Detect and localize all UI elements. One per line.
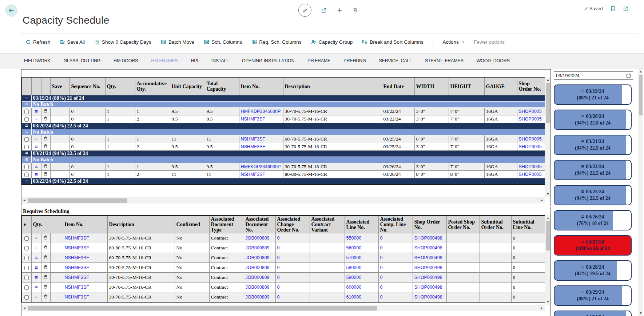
shop-order-link[interactable]: SHOP0005 — [519, 137, 542, 142]
column-header-description[interactable]: Description — [107, 216, 175, 233]
column-header-associated-document-no[interactable]: Associated Document No. — [244, 216, 275, 233]
item-no-link[interactable]: NSHMF3SF — [65, 275, 89, 280]
toolbar-save-all[interactable]: Save All — [60, 39, 85, 45]
row-drag-handle[interactable] — [41, 233, 50, 243]
tab-hpi[interactable]: HPI — [191, 58, 198, 63]
item-no-link[interactable]: HMFKDP3346030P — [241, 109, 281, 114]
shop-order-link[interactable]: SHOP000498 — [414, 245, 442, 250]
row-menu-icon[interactable]: ≡ — [31, 233, 41, 243]
change-order-link[interactable]: 0 — [277, 275, 280, 280]
tab-hm-frames[interactable]: HM FRAMES — [151, 58, 178, 63]
capacity-day-card-03-21-24[interactable]: ≡03/21/24(94%) 22.5 of 24 — [554, 135, 632, 155]
row-select-cell[interactable] — [22, 243, 31, 253]
card-menu-icon[interactable]: ≡ — [581, 139, 584, 144]
row-select-cell[interactable] — [22, 292, 31, 303]
batch-menu-icon[interactable]: ≡ — [22, 157, 31, 163]
column-header-sequence-no[interactable]: Sequence No. — [69, 77, 105, 95]
row-select-checkbox[interactable] — [24, 110, 29, 114]
capacity-day-card-03-19-24[interactable]: ≡03/19/24(88%) 21 of 24 — [554, 84, 632, 105]
comp-line-no-link[interactable]: 0 — [380, 245, 383, 250]
row-menu-icon[interactable]: ≡ — [31, 108, 41, 115]
item-no-link[interactable]: NSHMF3SF — [65, 236, 89, 241]
row-select-checkbox[interactable] — [24, 236, 29, 241]
change-order-link[interactable]: 0 — [277, 285, 280, 290]
row-menu-icon[interactable]: ≡ — [31, 243, 41, 253]
comp-line-no-link[interactable]: 0 — [380, 295, 383, 300]
column-header-width[interactable]: WIDTH — [414, 77, 449, 95]
toolbar-break-and-sort-columns[interactable]: Break and Sort Columns — [362, 39, 423, 45]
document-no-link[interactable]: JOB000809 — [246, 285, 270, 290]
add-icon[interactable] — [337, 7, 343, 13]
column-header-shop-order-no[interactable]: Shop Order No. — [517, 77, 545, 95]
row-select-checkbox[interactable] — [24, 117, 29, 122]
document-no-link[interactable]: JOB000809 — [246, 255, 270, 260]
row-menu-icon[interactable]: ≡ — [31, 253, 41, 263]
comp-line-no-link[interactable]: 0 — [380, 275, 383, 280]
shop-order-link[interactable]: SHOP000498 — [414, 236, 442, 241]
capacity-day-card-03-20-24[interactable]: ≡03/20/24(94%) 22.5 of 24 — [554, 110, 632, 130]
row-select-checkbox[interactable] — [24, 173, 29, 177]
tab-opening-installation[interactable]: OPENING INSTALLATION — [242, 58, 294, 63]
shop-order-link[interactable]: SHOP0005 — [519, 172, 542, 177]
row-menu-icon[interactable]: ≡ — [31, 163, 41, 171]
row-drag-handle[interactable] — [41, 143, 50, 151]
shop-order-link[interactable]: SHOP0005 — [519, 116, 542, 122]
tab-stfrnt-frames[interactable]: STFRNT_FRAMES — [425, 58, 464, 63]
capacity-day-card-03-22-24[interactable]: ≡03/22/24(94%) 22.5 of 24 — [554, 160, 632, 180]
column-header-total-capacity[interactable]: Total Capacity — [205, 77, 239, 95]
column-header-associated-contract-variant[interactable]: Associated Contract Variant — [310, 216, 345, 233]
row-menu-icon[interactable]: ≡ — [31, 292, 41, 303]
column-header-height[interactable]: HEIGHT — [449, 77, 484, 95]
row-select-cell[interactable] — [22, 263, 31, 273]
capacity-day-card-03-25-24[interactable]: ≡03/25/24(94%) 22.5 of 24 — [554, 185, 632, 205]
row-drag-handle[interactable] — [41, 108, 50, 115]
row-select-cell[interactable] — [22, 115, 31, 123]
line-no-link[interactable]: 610000 — [346, 295, 362, 300]
tab-install[interactable]: INSTALL — [211, 58, 229, 63]
item-no-link[interactable]: NSHMF3SF — [241, 116, 265, 122]
row-select-checkbox[interactable] — [24, 246, 29, 250]
document-no-link[interactable]: JOB000809 — [246, 265, 270, 270]
change-order-link[interactable]: 0 — [277, 236, 280, 241]
column-header-qty[interactable]: Qty. — [105, 77, 135, 95]
item-no-link[interactable]: NSHMF3SF — [241, 137, 265, 142]
row-drag-handle[interactable] — [41, 273, 50, 283]
card-menu-icon[interactable]: ≡ — [581, 315, 584, 316]
column-header-confirmed[interactable]: Confirmed — [175, 216, 209, 233]
column-header-qty[interactable]: Qty. — [31, 216, 63, 233]
column-header-description[interactable]: Description — [283, 77, 382, 95]
toolbar-show-0-capacity-days[interactable]: Show 0 Capacity Days — [94, 39, 151, 45]
tab-ph-frame[interactable]: PH FRAME — [307, 58, 330, 63]
row-menu-icon[interactable]: ≡ — [31, 135, 41, 143]
column-header-end-date[interactable]: End Date — [382, 77, 414, 95]
card-menu-icon[interactable]: ≡ — [581, 114, 584, 119]
toolbar-fewer-options[interactable]: Fewer options — [474, 39, 505, 45]
column-header-accumulative-qty[interactable]: Accumulative Qty. — [135, 77, 170, 95]
line-no-link[interactable]: 600000 — [346, 285, 362, 290]
comp-line-no-link[interactable]: 0 — [380, 285, 383, 290]
column-header-unit-capacity[interactable]: Unit Capacity — [170, 77, 205, 95]
change-order-link[interactable]: 0 — [277, 255, 280, 260]
column-header-item-no[interactable]: Item No. — [63, 216, 107, 233]
card-menu-icon[interactable]: ≡ — [581, 264, 584, 270]
line-no-link[interactable]: 590000 — [346, 275, 362, 280]
item-no-link[interactable]: NSHMF3SF — [65, 255, 89, 260]
row-select-checkbox[interactable] — [24, 145, 29, 149]
row-select-checkbox[interactable] — [24, 137, 29, 142]
shop-order-link[interactable]: SHOP0005 — [519, 109, 542, 114]
row-select-cell[interactable] — [22, 108, 31, 115]
row-drag-handle[interactable] — [41, 135, 50, 143]
column-header-submittal-line-no[interactable]: Submittal Line No. — [511, 216, 545, 233]
row-drag-handle[interactable] — [41, 171, 50, 178]
toolbar-actions-menu[interactable]: Actions∨ — [442, 39, 464, 45]
item-no-link[interactable]: NSHMF3SF — [65, 295, 89, 300]
column-header-submittal-order-no[interactable]: Submittal Order No. — [480, 216, 511, 233]
row-select-checkbox[interactable] — [24, 285, 29, 290]
column-header-posted-shop-order-no[interactable]: Posted Shop Order No. — [446, 216, 480, 233]
row-select-cell[interactable] — [22, 273, 31, 283]
capacity-day-card-03-29-24[interactable]: ≡03/29/24(88%) 21 of 24 — [554, 285, 632, 306]
toolbar-sch-columns[interactable]: Sch. Columns — [204, 39, 242, 45]
toolbar-capacity-group[interactable]: Capacity Group — [311, 39, 353, 45]
row-menu-icon[interactable]: ≡ — [31, 143, 41, 151]
change-order-link[interactable]: 0 — [277, 265, 280, 270]
